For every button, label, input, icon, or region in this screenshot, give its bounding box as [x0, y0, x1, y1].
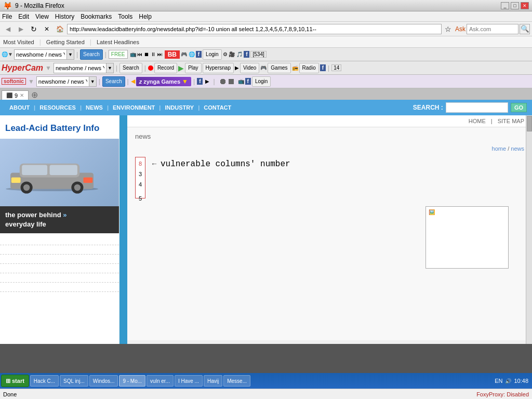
sidebar-link-6 [0, 283, 119, 292]
tagline-line1: the power behind [5, 211, 61, 219]
toolbar2-radio-icon: 📻 [292, 65, 298, 71]
col-num-3: 3 [137, 169, 143, 180]
softonic-logo: softonic [2, 78, 26, 85]
menu-bar: File Edit View History Bookmarks Tools H… [0, 11, 532, 22]
tab-9[interactable]: ⬛ 9 ✕ [2, 90, 29, 100]
ask-logo: Ask [455, 25, 466, 33]
firefox-icon: 🦊 [3, 2, 12, 10]
annotation-arrow-icon: ← [151, 159, 158, 168]
close-button[interactable]: ✕ [521, 2, 529, 9]
svg-point-8 [74, 184, 81, 191]
sitemap-link[interactable]: SITE MAP [498, 118, 524, 124]
toolbar3-arrow-icon: ◀ [131, 78, 135, 85]
toolbar1-count: [534] [250, 51, 266, 58]
bookmark-star-button[interactable]: ☆ [443, 24, 454, 34]
toolbar3-fb-icon: f [197, 78, 203, 85]
ask-search-button[interactable]: 🔍 [520, 24, 530, 34]
nav-about[interactable]: ABOUT [5, 104, 34, 111]
site-nav-items: ABOUT | RESOURCES | NEWS | ENVIRONMENT |… [5, 104, 235, 111]
toolbar3-login-button[interactable]: Login [252, 76, 271, 87]
nav-news[interactable]: NEWS [82, 104, 107, 111]
number-column: 8 3 4 5 [135, 157, 145, 198]
menu-bookmarks[interactable]: Bookmarks [81, 13, 112, 20]
tab-favicon: ⬛ [6, 92, 12, 98]
toolbar1-search-button[interactable]: Search [80, 49, 103, 60]
toolbar2-input[interactable] [54, 63, 106, 73]
toolbar2-hypersnap-button[interactable]: Hypersnap [203, 63, 234, 73]
menu-view[interactable]: View [35, 13, 49, 20]
new-tab-button[interactable]: ⊕ [31, 90, 38, 100]
toolbar1-media-icons: 📺 ⏮ ⏹ ⏸ ⏭ [129, 50, 164, 58]
image-placeholder-icon: 🖼️ [429, 209, 435, 215]
toolbar-row-1: 🌐▼ ▼ | Search | FREE 📺 ⏮ ⏹ ⏸ ⏭ BB 🎮 🌐 f … [0, 48, 532, 61]
toolbar1-fb-login[interactable]: Login [203, 49, 221, 60]
svg-rect-3 [22, 165, 47, 175]
svg-point-6 [23, 184, 30, 191]
toolbar3-media-icons: ⏺⏹ [217, 77, 237, 86]
maximize-button[interactable]: □ [511, 2, 519, 9]
toolbar-row-2: HyperCam ▼ ▼ | Search | Record ▶ Play Hy… [0, 61, 532, 75]
browser-content: ABOUT | RESOURCES | NEWS | ENVIRONMENT |… [0, 100, 532, 344]
car-svg [5, 154, 99, 196]
bookmark-getting-started[interactable]: Getting Started [46, 39, 85, 45]
zynga-logo: z zynga Games ▼ [136, 77, 191, 86]
toolbar1-more-icons: 🎮 🌐 [181, 51, 195, 57]
bookmark-latest-headlines[interactable]: Latest Headlines [97, 39, 139, 45]
back-button[interactable]: ◀ [2, 23, 14, 35]
refresh-button[interactable]: ↻ [28, 23, 39, 35]
toolbar3-combo-arrow[interactable]: ▼ [89, 77, 96, 86]
toolbar2-radio-button[interactable]: Radio [299, 63, 319, 73]
ask-search-input[interactable] [467, 24, 518, 34]
site-nav: ABOUT | RESOURCES | NEWS | ENVIRONMENT |… [0, 100, 532, 115]
hyper-text: Hyper [2, 63, 25, 72]
breadcrumb-news[interactable]: news [511, 145, 524, 152]
scrollbar-thumb[interactable] [527, 116, 532, 131]
minimize-button[interactable]: _ [501, 2, 509, 9]
menu-history[interactable]: History [55, 13, 74, 20]
nav-contact[interactable]: CONTACT [200, 104, 235, 111]
bookmark-separator-1: | [39, 38, 41, 46]
breadcrumb-home[interactable]: home [492, 145, 507, 152]
window-title: 9 - Mozilla Firefox [15, 2, 64, 9]
toolbar3-input[interactable] [37, 77, 89, 86]
menu-help[interactable]: Help [139, 13, 152, 20]
sep11: | [212, 78, 216, 85]
bookmark-most-visited[interactable]: Most Visited [3, 39, 34, 45]
svg-rect-9 [11, 177, 21, 183]
menu-file[interactable]: File [2, 13, 12, 20]
stop-button[interactable]: ✕ [41, 23, 52, 35]
toolbar-row-3: softonic ▼ ▼ | Search | ◀ z zynga Games … [0, 75, 532, 88]
menu-edit[interactable]: Edit [18, 13, 29, 20]
address-input[interactable] [70, 26, 439, 32]
scrollbar[interactable] [526, 115, 532, 344]
toolbar2-search-button[interactable]: Search [119, 63, 142, 73]
nav-resources[interactable]: RESOURCES [35, 104, 80, 111]
forward-button[interactable]: ▶ [15, 23, 26, 35]
sidebar-link-4 [0, 264, 119, 273]
cam-text: Cam [25, 63, 43, 72]
home-link[interactable]: HOME [469, 118, 486, 124]
nav-industry[interactable]: INDUSTRY [161, 104, 198, 111]
sidebar-link-2 [0, 245, 119, 255]
toolbar2-combo: ▼ [54, 63, 114, 73]
toolbar2-video-button[interactable]: Video [240, 63, 259, 73]
toolbar2-play-button[interactable]: Play [185, 63, 201, 73]
tab-close-icon[interactable]: ✕ [20, 92, 24, 98]
toolbar1-fb2-icon: f [244, 51, 249, 58]
record-dot-icon [148, 65, 153, 71]
annotation-text: vulnerable columns' number [161, 159, 290, 169]
toolbar2-record-button[interactable]: Record [154, 63, 177, 73]
nav-environment[interactable]: ENVIRONMENT [109, 104, 159, 111]
toolbar1-input[interactable] [15, 50, 66, 59]
site-search-go-button[interactable]: GO [511, 103, 527, 112]
menu-tools[interactable]: Tools [118, 13, 132, 20]
toolbar2-fb-icon: f [320, 64, 326, 71]
toolbar3-search-button[interactable]: Search [102, 76, 125, 87]
sep4: | [115, 64, 118, 72]
home-button[interactable]: 🏠 [54, 23, 65, 35]
toolbar2-combo-arrow[interactable]: ▼ [106, 63, 113, 73]
toolbar1-bb-label: BB [165, 50, 180, 59]
site-search-input[interactable] [446, 102, 508, 113]
toolbar2-games-button[interactable]: Games [268, 63, 290, 73]
toolbar1-combo-arrow[interactable]: ▼ [66, 50, 74, 59]
